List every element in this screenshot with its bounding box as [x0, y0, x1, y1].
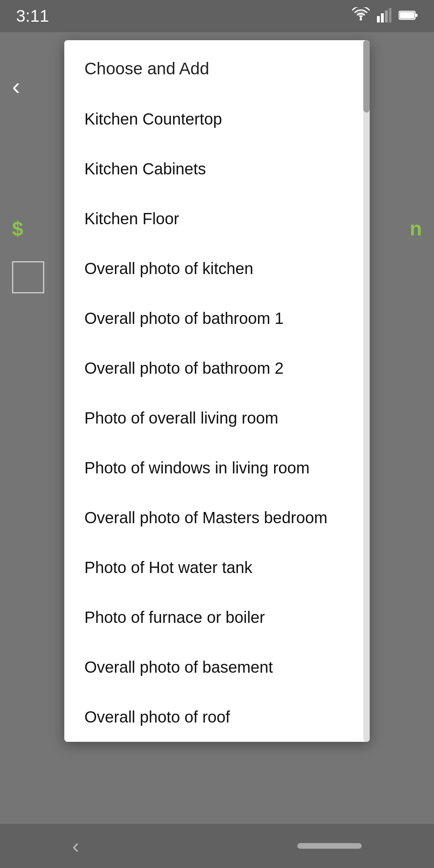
- modal-inner: Choose and Add Kitchen Countertop Kitche…: [64, 40, 370, 742]
- status-icons: [352, 7, 418, 25]
- menu-item-photo-windows-living-room[interactable]: Photo of windows in living room: [64, 443, 362, 493]
- nav-back-button[interactable]: ‹: [72, 834, 79, 858]
- signal-icon: [377, 8, 391, 24]
- modal-title: Choose and Add: [64, 40, 362, 94]
- svg-rect-1: [377, 16, 380, 23]
- menu-item-kitchen-cabinets[interactable]: Kitchen Cabinets: [64, 144, 362, 194]
- status-bar: 3:11: [0, 0, 434, 32]
- svg-point-0: [360, 18, 362, 20]
- svg-rect-2: [381, 13, 384, 23]
- battery-icon: [399, 10, 418, 22]
- modal-card: Choose and Add Kitchen Countertop Kitche…: [64, 40, 370, 742]
- menu-item-overall-photo-bathroom-1[interactable]: Overall photo of bathroom 1: [64, 293, 362, 343]
- menu-item-overall-photo-basement[interactable]: Overall photo of basement: [64, 642, 362, 692]
- scrollbar-thumb[interactable]: [363, 40, 370, 113]
- menu-item-photo-overall-living-room[interactable]: Photo of overall living room: [64, 393, 362, 443]
- menu-item-kitchen-countertop[interactable]: Kitchen Countertop: [64, 94, 362, 144]
- svg-rect-6: [400, 12, 414, 18]
- menu-item-overall-photo-roof[interactable]: Overall photo of roof: [64, 692, 362, 742]
- modal-overlay: Choose and Add Kitchen Countertop Kitche…: [0, 32, 434, 824]
- wifi-icon: [352, 7, 370, 25]
- menu-item-overall-photo-bathroom-2[interactable]: Overall photo of bathroom 2: [64, 343, 362, 393]
- svg-rect-7: [416, 14, 418, 17]
- menu-item-overall-photo-masters-bedroom[interactable]: Overall photo of Masters bedroom: [64, 493, 362, 542]
- menu-item-overall-photo-kitchen[interactable]: Overall photo of kitchen: [64, 244, 362, 293]
- nav-bar: ‹: [0, 824, 434, 868]
- scrollbar-track[interactable]: [363, 40, 370, 742]
- menu-item-kitchen-floor[interactable]: Kitchen Floor: [64, 194, 362, 244]
- nav-home-pill[interactable]: [297, 843, 362, 849]
- svg-rect-3: [385, 10, 388, 23]
- menu-item-photo-hot-water-tank[interactable]: Photo of Hot water tank: [64, 542, 362, 592]
- svg-rect-4: [389, 8, 391, 23]
- status-time: 3:11: [16, 6, 49, 26]
- menu-item-photo-furnace-boiler[interactable]: Photo of furnace or boiler: [64, 592, 362, 642]
